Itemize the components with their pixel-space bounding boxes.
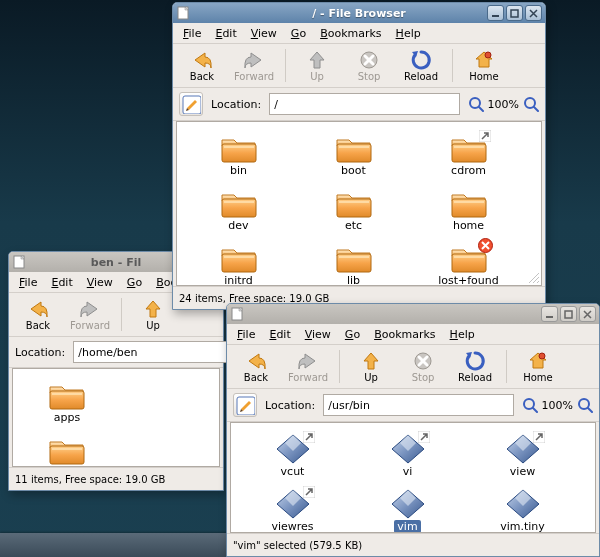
stop-button: Stop [344, 47, 394, 84]
menu-go[interactable]: Go [285, 25, 312, 42]
file-view[interactable]: appsbinhtdocsmy-stuff [12, 368, 220, 467]
titlebar[interactable]: x [227, 304, 599, 324]
menu-go[interactable]: Go [339, 326, 366, 343]
menu-edit[interactable]: Edit [263, 326, 296, 343]
file-item[interactable]: vim [350, 488, 465, 533]
edit-location-button[interactable] [233, 393, 257, 417]
file-view[interactable]: binbootcdromdevetchomeinitrdliblost+foun… [176, 121, 542, 286]
up-button[interactable]: Up [346, 348, 396, 385]
file-item[interactable]: viewres [235, 488, 350, 533]
symlink-emblem-icon [533, 431, 545, 443]
file-label: cdrom [451, 164, 486, 177]
edit-location-button[interactable] [179, 92, 203, 116]
location-bar: Location: 100% [173, 88, 545, 121]
file-label: initrd [224, 274, 253, 286]
file-label: vi [403, 465, 413, 478]
file-item[interactable]: lib [296, 242, 411, 286]
home-button[interactable]: Home [513, 348, 563, 385]
menu-bookmarks[interactable]: Bookmarks [314, 25, 387, 42]
file-label: vim [394, 520, 420, 533]
titlebar[interactable]: / - File Browser [173, 3, 545, 23]
maximize-button[interactable] [560, 306, 577, 322]
back-icon [191, 49, 213, 71]
forward-button[interactable]: Forward [229, 47, 279, 84]
forward-button[interactable]: Forward [283, 348, 333, 385]
toolbar: Back Forward Up Stop Reload Home [173, 44, 545, 88]
status-bar: 11 items, Free space: 19.0 GB [9, 467, 223, 490]
menubar: File Edit View Go Bookmarks Help [227, 324, 599, 345]
zoom-in-button[interactable] [577, 397, 593, 413]
window-root: / - File Browser File Edit View Go Bookm… [172, 2, 546, 310]
back-button[interactable]: Back [177, 47, 227, 84]
resize-grip[interactable] [525, 269, 539, 283]
file-item[interactable]: lost+found [411, 242, 526, 286]
file-label: viewres [271, 520, 313, 533]
app-icon [231, 307, 245, 321]
folder-icon [47, 434, 87, 466]
file-item[interactable]: etc [296, 187, 411, 232]
file-item[interactable]: vi [350, 433, 465, 478]
zoom-out-button[interactable] [468, 96, 484, 112]
home-icon [473, 49, 495, 71]
forward-icon [243, 49, 265, 71]
file-item[interactable]: boot [296, 132, 411, 177]
menu-file[interactable]: File [231, 326, 261, 343]
executable-icon [273, 488, 313, 520]
reload-button[interactable]: Reload [450, 348, 500, 385]
menu-edit[interactable]: Edit [209, 25, 242, 42]
location-input[interactable] [323, 394, 513, 416]
status-bar: "vim" selected (579.5 KB) [227, 533, 599, 556]
minimize-button[interactable] [541, 306, 558, 322]
forward-button[interactable]: Forward [65, 296, 115, 333]
zoom-in-button[interactable] [523, 96, 539, 112]
file-item[interactable]: vcut [235, 433, 350, 478]
file-item[interactable]: apps [17, 379, 117, 424]
executable-icon [503, 488, 543, 520]
menu-go[interactable]: Go [121, 274, 148, 291]
file-item[interactable]: bin [17, 434, 117, 467]
menu-help[interactable]: Help [390, 25, 427, 42]
maximize-button[interactable] [506, 5, 523, 21]
file-label: boot [341, 164, 366, 177]
file-label: dev [228, 219, 248, 232]
symlink-emblem-icon [479, 130, 491, 142]
stop-icon [358, 49, 380, 71]
file-item[interactable]: cdrom [411, 132, 526, 177]
back-button[interactable]: Back [231, 348, 281, 385]
menu-bookmarks[interactable]: Bookmarks [368, 326, 441, 343]
file-item[interactable]: home [411, 187, 526, 232]
menu-file[interactable]: File [13, 274, 43, 291]
reload-button[interactable]: Reload [396, 47, 446, 84]
back-button[interactable]: Back [13, 296, 63, 333]
file-item[interactable]: dev [181, 187, 296, 232]
symlink-emblem-icon [303, 431, 315, 443]
reload-icon [410, 49, 432, 71]
close-button[interactable] [525, 5, 542, 21]
home-button[interactable]: Home [459, 47, 509, 84]
menu-help[interactable]: Help [444, 326, 481, 343]
file-item[interactable]: initrd [181, 242, 296, 286]
executable-icon [503, 433, 543, 465]
file-item[interactable]: bin [181, 132, 296, 177]
folder-icon [47, 379, 87, 411]
zoom-out-button[interactable] [522, 397, 538, 413]
svg-rect-9 [511, 10, 518, 17]
file-item[interactable]: view [465, 433, 580, 478]
file-item[interactable]: vim.tiny [465, 488, 580, 533]
up-button[interactable]: Up [128, 296, 178, 333]
unreadable-emblem-icon [478, 238, 493, 253]
menubar: File Edit View Go Bookmarks Help [173, 23, 545, 44]
menu-edit[interactable]: Edit [45, 274, 78, 291]
file-view[interactable]: vcutviviewviewresvimvim.tiny [230, 422, 596, 533]
folder-icon [219, 132, 259, 164]
file-label: etc [345, 219, 362, 232]
menu-view[interactable]: View [81, 274, 119, 291]
minimize-button[interactable] [487, 5, 504, 21]
menu-view[interactable]: View [245, 25, 283, 42]
menu-view[interactable]: View [299, 326, 337, 343]
menu-file[interactable]: File [177, 25, 207, 42]
close-button[interactable] [579, 306, 596, 322]
location-input[interactable] [73, 341, 228, 363]
location-input[interactable] [269, 93, 459, 115]
zoom-level: 100% [542, 399, 573, 412]
